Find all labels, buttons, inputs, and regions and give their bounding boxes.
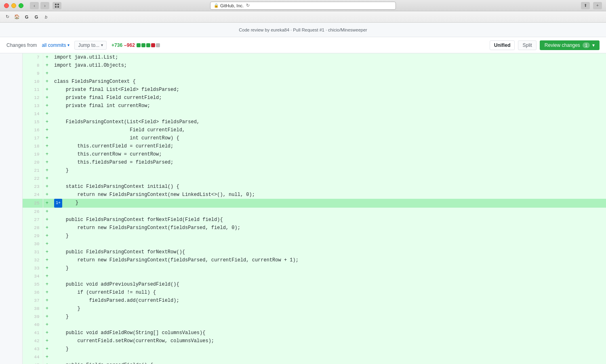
diff-marker: + (43, 118, 51, 126)
code-line: public void addPreviouslyParsedField(){ (51, 280, 606, 288)
comment-indicator[interactable]: 1+ (54, 199, 62, 208)
diff-marker: + (43, 321, 51, 329)
table-row: 45+ public Fields parsedFields() { (23, 361, 606, 364)
diff-block-4 (151, 43, 155, 47)
new-tab-button[interactable]: + (593, 2, 602, 9)
table-row: 24+ return new FieldsParsingContext(new … (23, 191, 606, 199)
code-line: } (51, 232, 606, 240)
extra-button[interactable]: b (42, 13, 50, 21)
svg-rect-0 (55, 4, 57, 5)
diff-marker: + (43, 256, 51, 264)
diff-table: 7+import java.util.List;8+import java.ut… (23, 53, 606, 364)
diff-marker: + (43, 126, 51, 134)
line-number: 33 (23, 264, 43, 272)
table-row: 37+ fieldsParsed.add(currentField); (23, 297, 606, 305)
table-row: 27+ public FieldsParsingContext forNextF… (23, 216, 606, 224)
code-line: Field currentField, (51, 126, 606, 134)
diff-marker: + (43, 264, 51, 272)
table-row: 29+ } (23, 232, 606, 240)
minimize-button[interactable] (11, 3, 16, 8)
maximize-button[interactable] (19, 3, 23, 8)
table-row: 44+ (23, 353, 606, 361)
github-g-button[interactable]: G (23, 13, 31, 21)
line-number: 42 (23, 337, 43, 345)
view-toggle: Unified Split Review changes 1 ▾ (490, 40, 600, 50)
line-number: 24 (23, 191, 43, 199)
table-row: 32+ return new FieldsParsingContext(fiel… (23, 256, 606, 264)
unified-view-button[interactable]: Unified (490, 40, 515, 50)
code-line: if (currentField != null) { (51, 288, 606, 297)
diff-marker: + (43, 183, 51, 191)
table-row: 8+import java.util.Objects; (23, 61, 606, 69)
table-row: 20+ this.fieldsParsed = fieldsParsed; (23, 158, 606, 166)
diff-blocks (137, 43, 160, 47)
table-row: 35+ public void addPreviouslyParsedField… (23, 280, 606, 288)
code-line: return new FieldsParsingContext(new Link… (51, 191, 606, 199)
table-row: 30+ (23, 240, 606, 248)
code-line: this.fieldsParsed = fieldsParsed; (51, 158, 606, 166)
table-row: 33+ } (23, 264, 606, 272)
commits-dropdown[interactable]: all commits ▾ (42, 42, 69, 48)
forward-button[interactable]: › (40, 2, 49, 9)
line-number: 12 (23, 94, 43, 102)
back-button[interactable]: ‹ (30, 2, 39, 9)
window-controls (4, 3, 23, 8)
diff-marker: + (43, 166, 51, 175)
line-number: 13 (23, 102, 43, 110)
diff-marker: + (43, 216, 51, 224)
diff-marker: + (43, 142, 51, 150)
refresh-button[interactable]: ↻ (246, 3, 250, 8)
line-number: 26 (23, 208, 43, 216)
diff-block-2 (141, 43, 145, 47)
code-line: private final Field currentField; (51, 94, 606, 102)
table-row: 41+ public void addFieldRow(String[] col… (23, 329, 606, 337)
diff-area[interactable]: 7+import java.util.List;8+import java.ut… (23, 53, 606, 364)
table-row: 22+ (23, 175, 606, 183)
line-number: 37 (23, 297, 43, 305)
table-row: 40+ (23, 321, 606, 329)
diff-marker: + (43, 232, 51, 240)
code-line: this.currentField = currentField; (51, 142, 606, 150)
jump-chevron-icon: ▾ (101, 43, 103, 47)
code-line: public void addFieldRow(String[] columns… (51, 329, 606, 337)
github-gh-button[interactable]: G (32, 13, 40, 21)
split-view-button[interactable]: Split (518, 40, 536, 50)
line-number: 16 (23, 126, 43, 134)
diff-marker: + (43, 53, 51, 61)
deletions-count: –962 (124, 42, 135, 48)
diff-marker: + (43, 78, 51, 86)
line-number: 35 (23, 280, 43, 288)
close-button[interactable] (4, 3, 9, 8)
url-bar[interactable]: 🔒 GitHub, Inc. ↻ (210, 2, 396, 10)
code-line: private final List<Field> fieldsParsed; (51, 86, 606, 94)
diff-marker: + (43, 199, 51, 208)
table-row: 39+ } (23, 313, 606, 321)
titlebar-right: ⬆ + (581, 2, 602, 9)
share-button[interactable]: ⬆ (581, 2, 590, 9)
browser-toolbar: ↻ 🏠 G G b (0, 11, 606, 23)
line-number: 9 (23, 69, 43, 78)
table-row: 19+ this.currentRow = currentRow; (23, 150, 606, 158)
jump-to-button[interactable]: Jump to... ▾ (74, 41, 107, 50)
reload-button[interactable]: ↻ (3, 13, 11, 21)
titlebar: ‹ › 🔒 GitHub, Inc. ↻ ⬆ + (0, 0, 606, 11)
line-number: 14 (23, 110, 43, 118)
review-changes-button[interactable]: Review changes 1 ▾ (540, 40, 600, 50)
diff-marker: + (43, 329, 51, 337)
table-row: 21+ } (23, 166, 606, 175)
home-button[interactable]: 🏠 (13, 13, 21, 21)
code-line: import java.util.List; (51, 53, 606, 61)
code-line (51, 208, 606, 216)
line-number: 44 (23, 353, 43, 361)
code-line (51, 321, 606, 329)
diff-marker: + (43, 345, 51, 353)
line-number: 41 (23, 329, 43, 337)
diff-marker: + (43, 150, 51, 158)
table-row: 28+ return new FieldsParsingContext(fiel… (23, 224, 606, 232)
table-row: 16+ Field currentField, (23, 126, 606, 134)
lock-icon: 🔒 (214, 3, 219, 8)
code-line: currentField.setRow(currentRow, columnsV… (51, 337, 606, 345)
line-number: 39 (23, 313, 43, 321)
grid-view-button[interactable] (53, 2, 61, 9)
line-number: 22 (23, 175, 43, 183)
